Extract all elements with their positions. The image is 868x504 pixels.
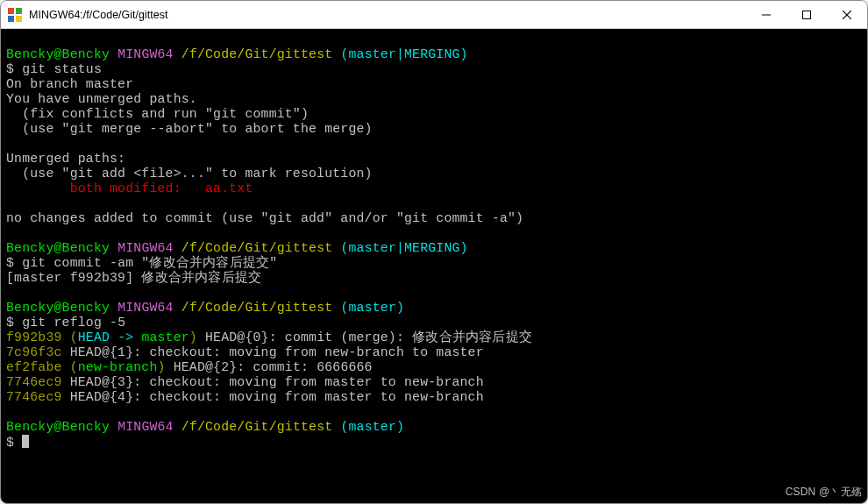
reflog-hash: 7c96f3c bbox=[6, 345, 62, 359]
prompt-env: MINGW64 bbox=[117, 420, 174, 434]
prompt-user: Bencky@Bencky bbox=[6, 47, 110, 61]
close-button[interactable] bbox=[827, 1, 867, 28]
out-line: (use "git add <file>..." to mark resolut… bbox=[6, 167, 373, 181]
prompt-path: /f/Code/Git/gittest bbox=[181, 301, 333, 315]
reflog-branch: new-branch bbox=[78, 360, 158, 374]
reflog-branch: master bbox=[141, 330, 189, 344]
prompt-user: Bencky@Bencky bbox=[6, 241, 110, 255]
app-icon bbox=[8, 8, 22, 22]
reflog-rest: HEAD@{1}: checkout: moving from new-bran… bbox=[62, 345, 484, 359]
reflog-hash: ef2fabe bbox=[6, 360, 62, 374]
prompt-ps: $ bbox=[6, 436, 22, 450]
prompt-branch: (master|MERGING) bbox=[340, 241, 467, 255]
cmd-commit: git commit -am "修改合并内容后提交" bbox=[22, 256, 277, 270]
prompt-branch: (master) bbox=[340, 420, 404, 434]
out-line: (fix conflicts and run "git commit") bbox=[6, 107, 309, 121]
prompt-path: /f/Code/Git/gittest bbox=[181, 47, 333, 61]
prompt-path: /f/Code/Git/gittest bbox=[181, 420, 333, 434]
maximize-button[interactable] bbox=[786, 1, 827, 28]
window-controls bbox=[746, 1, 867, 28]
svg-rect-1 bbox=[803, 11, 811, 18]
prompt-env: MINGW64 bbox=[117, 301, 174, 315]
out-line: On branch master bbox=[6, 77, 133, 91]
reflog-hash: f992b39 bbox=[6, 330, 62, 344]
reflog-head: HEAD -> bbox=[78, 330, 142, 344]
reflog-paren: ) bbox=[158, 360, 166, 374]
prompt-branch: (master|MERGING) bbox=[340, 47, 467, 61]
prompt-ps: $ bbox=[6, 316, 22, 330]
reflog-paren: ( bbox=[62, 330, 78, 344]
out-line: no changes added to commit (use "git add… bbox=[6, 211, 523, 225]
prompt-branch: (master) bbox=[340, 301, 404, 315]
reflog-rest: HEAD@{3}: checkout: moving from master t… bbox=[62, 375, 484, 389]
out-line: Unmerged paths: bbox=[6, 152, 125, 166]
reflog-hash: 7746ec9 bbox=[6, 390, 62, 404]
window-title: MINGW64:/f/Code/Git/gittest bbox=[29, 9, 746, 21]
prompt-env: MINGW64 bbox=[117, 241, 174, 255]
conflict-label: both modified: bbox=[6, 181, 205, 195]
reflog-paren: ( bbox=[62, 360, 78, 374]
conflict-file: aa.txt bbox=[205, 181, 253, 195]
reflog-paren: ) bbox=[189, 330, 197, 344]
cmd-reflog: git reflog -5 bbox=[22, 316, 125, 330]
terminal[interactable]: Bencky@Bencky MINGW64 /f/Code/Git/gittes… bbox=[1, 29, 867, 503]
window: MINGW64:/f/Code/Git/gittest Bencky@Benck… bbox=[0, 0, 868, 504]
reflog-hash: 7746ec9 bbox=[6, 375, 62, 389]
out-line: [master f992b39] 修改合并内容后提交 bbox=[6, 271, 261, 285]
cmd-status: git status bbox=[22, 62, 102, 76]
reflog-rest: HEAD@{4}: checkout: moving from master t… bbox=[62, 390, 484, 404]
prompt-ps: $ bbox=[6, 62, 22, 76]
watermark: CSDN @丶无殇 bbox=[786, 485, 862, 500]
prompt-user: Bencky@Bencky bbox=[6, 301, 110, 315]
reflog-rest: HEAD@{0}: commit (merge): 修改合并内容后提交 bbox=[197, 330, 532, 344]
reflog-rest: HEAD@{2}: commit: 6666666 bbox=[166, 360, 373, 374]
prompt-ps: $ bbox=[6, 256, 22, 270]
out-line: (use "git merge --abort" to abort the me… bbox=[6, 122, 373, 136]
prompt-env: MINGW64 bbox=[117, 47, 174, 61]
out-line: You have unmerged paths. bbox=[6, 92, 197, 106]
prompt-user: Bencky@Bencky bbox=[6, 420, 110, 434]
titlebar: MINGW64:/f/Code/Git/gittest bbox=[1, 1, 867, 29]
cursor bbox=[22, 435, 29, 448]
prompt-path: /f/Code/Git/gittest bbox=[181, 241, 333, 255]
minimize-button[interactable] bbox=[746, 1, 786, 28]
